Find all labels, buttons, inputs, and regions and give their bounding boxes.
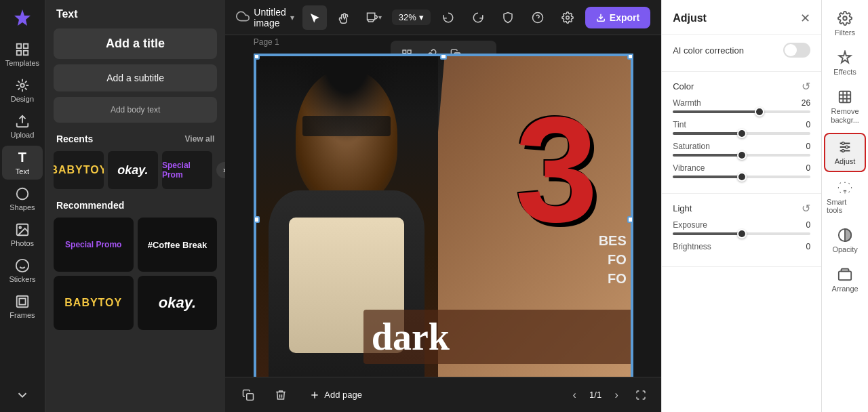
hand-tool-button[interactable] (332, 5, 357, 30)
color-section: Color ↺ Warmth 26 Tint 0 (662, 72, 821, 194)
recent-item-special[interactable]: Special Prom (162, 151, 212, 189)
svg-rect-1 (24, 44, 28, 48)
arrange-button[interactable]: Arrange (824, 262, 866, 298)
svg-rect-23 (247, 393, 254, 400)
page-label: Page 1 (254, 37, 279, 47)
saturation-thumb[interactable] (737, 150, 747, 160)
warmth-thumb[interactable] (755, 107, 764, 117)
rec-item-coffee-break[interactable]: #Coffee Break (138, 218, 218, 272)
adjust-button[interactable]: Adjust (824, 133, 866, 172)
svg-rect-0 (17, 44, 21, 48)
add-subtitle-button[interactable]: Add a subtitle (54, 64, 217, 91)
sidebar-item-shapes[interactable]: Shapes (2, 182, 43, 215)
filters-button[interactable]: Filters (824, 5, 866, 42)
next-page-button[interactable]: › (607, 386, 626, 405)
remove-bg-button[interactable]: Remove backgr... (824, 84, 866, 130)
svg-rect-13 (19, 298, 25, 304)
settings-button[interactable] (555, 5, 580, 30)
cursor-tool-button[interactable] (302, 5, 327, 30)
smart-tools-button[interactable]: Smart tools (824, 175, 866, 220)
fullscreen-button[interactable] (631, 386, 650, 405)
delete-page-button[interactable] (269, 383, 293, 407)
svg-point-35 (842, 142, 844, 145)
undo-button[interactable] (436, 5, 460, 30)
rec-item-okay2[interactable]: okay. (138, 276, 218, 330)
vibrance-value: 0 (806, 163, 810, 173)
redo-button[interactable] (466, 5, 490, 30)
rec-item-special-promo[interactable]: Special Promo (54, 218, 134, 272)
exposure-thumb[interactable] (737, 229, 747, 239)
handle-mr[interactable] (627, 216, 633, 223)
opacity-button[interactable]: Opacity (824, 222, 866, 259)
warmth-label: Warmth (673, 98, 701, 108)
adjust-close-button[interactable]: ✕ (800, 11, 810, 26)
rec-item-babytoy2[interactable]: BABYTOY (54, 276, 134, 330)
saturation-label: Saturation (673, 142, 710, 151)
file-name[interactable]: Untitled image (254, 7, 285, 28)
saturation-track[interactable] (673, 154, 810, 157)
big-number: 3 (515, 96, 597, 245)
tint-track[interactable] (673, 132, 810, 135)
svg-point-6 (17, 188, 28, 200)
vibrance-label: Vibrance (673, 163, 705, 173)
tint-slider-group: Tint 0 (673, 120, 810, 135)
adjust-panel: Adjust ✕ AI color correction Color ↺ War… (661, 0, 821, 412)
color-reset-button[interactable]: ↺ (802, 80, 810, 93)
frame-tool-button[interactable]: ▾ (362, 5, 387, 30)
prev-page-button[interactable]: ‹ (565, 386, 584, 405)
add-page-label: Add page (324, 390, 362, 400)
warmth-slider-group: Warmth 26 (673, 98, 810, 113)
export-button[interactable]: Export (585, 7, 650, 28)
dark-text-container: dark (363, 310, 632, 364)
shield-button[interactable] (496, 5, 520, 30)
main-area: Untitled image ▾ ▾ 32% ▾ (225, 0, 661, 412)
view-all-button[interactable]: View all (185, 134, 215, 144)
recent-item-babytoy[interactable]: BABYTOY (54, 151, 104, 189)
sidebar-item-photos[interactable]: Photos (2, 218, 43, 251)
ai-correction-label: AI color correction (673, 45, 744, 56)
handle-tr[interactable] (627, 54, 633, 60)
zoom-control[interactable]: 32% ▾ (392, 9, 431, 25)
brightness-value: 0 (806, 242, 810, 251)
vibrance-track[interactable] (673, 176, 810, 178)
vibrance-thumb[interactable] (737, 172, 747, 182)
ai-correction-toggle[interactable] (783, 43, 810, 58)
warmth-track[interactable] (673, 110, 810, 113)
best-text: BES FO FO (599, 231, 627, 288)
color-section-label: Color (673, 81, 694, 91)
ai-correction-section: AI color correction (662, 35, 821, 72)
sidebar-item-stickers[interactable]: Stickers (2, 254, 43, 287)
svg-point-4 (20, 83, 24, 87)
light-reset-button[interactable]: ↺ (802, 202, 810, 215)
saturation-slider-group: Saturation 0 (673, 142, 810, 157)
remove-bg-label: Remove backgr... (827, 107, 863, 125)
sidebar-item-text[interactable]: T Text (2, 146, 43, 180)
sidebar-item-design[interactable]: Design (2, 74, 43, 107)
tint-value: 0 (806, 120, 810, 129)
sidebar-item-frames[interactable]: Frames (2, 290, 43, 323)
svg-point-16 (566, 16, 570, 19)
svg-point-26 (843, 16, 847, 20)
adjust-title: Adjust (673, 12, 707, 24)
sidebar-item-upload[interactable]: Upload (2, 110, 43, 143)
svg-rect-19 (408, 50, 411, 54)
recents-label: Recents (56, 133, 93, 144)
add-title-button[interactable]: Add a title (54, 28, 217, 59)
effects-button[interactable]: Effects (824, 45, 866, 81)
arrange-label: Arrange (832, 285, 859, 293)
file-info: Untitled image ▾ (236, 7, 294, 28)
sidebar-item-templates[interactable]: Templates (2, 38, 43, 71)
exposure-track[interactable] (673, 232, 810, 235)
sidebar-item-more[interactable] (2, 384, 43, 407)
canvas-image[interactable]: 3 BES FO FO dark (254, 54, 633, 377)
duplicate-page-button[interactable] (236, 383, 260, 407)
help-button[interactable] (526, 5, 550, 30)
recent-item-okay[interactable]: okay. (108, 151, 158, 189)
file-menu-chevron[interactable]: ▾ (290, 13, 294, 22)
svg-rect-2 (17, 51, 21, 55)
tint-thumb[interactable] (737, 129, 747, 138)
recents-next-button[interactable]: › (216, 162, 225, 178)
svg-point-37 (842, 150, 844, 152)
add-body-button[interactable]: Add body text (54, 97, 217, 123)
add-page-button[interactable]: Add page (301, 386, 370, 405)
